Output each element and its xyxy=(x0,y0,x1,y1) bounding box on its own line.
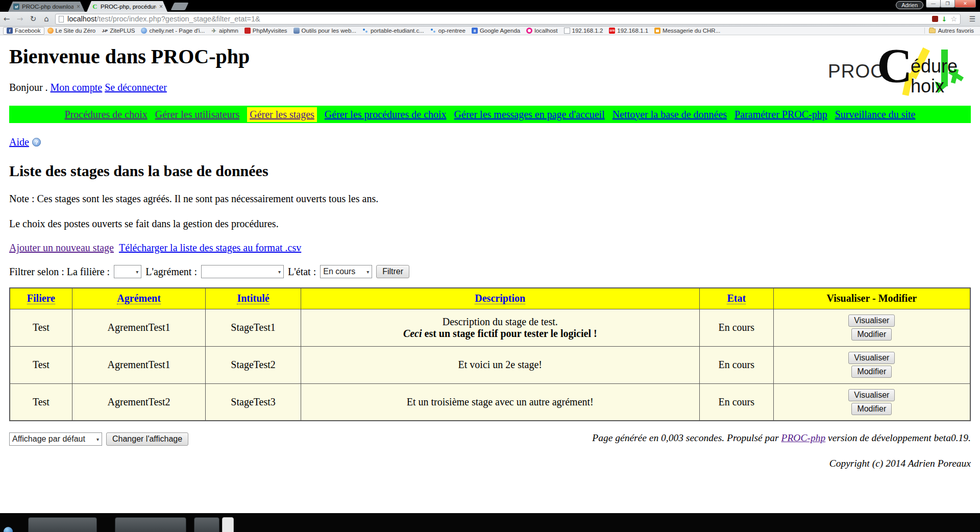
bookmark-192-168-1-2[interactable]: 192.168.1.2 xyxy=(561,28,606,34)
bookmark-site-du-zero[interactable]: Le Site du Zéro xyxy=(44,28,99,34)
page-icon xyxy=(59,16,64,22)
taskbar-item[interactable] xyxy=(222,517,234,532)
display-mode-select[interactable]: Affichage par défaut ▾ xyxy=(9,432,102,446)
sort-etat-link[interactable]: Etat xyxy=(727,293,746,304)
bookmark-op-rentree[interactable]: op-rentree xyxy=(427,28,469,34)
home-icon[interactable]: ⌂ xyxy=(40,14,53,23)
etat-select[interactable]: En cours ▾ xyxy=(320,265,372,278)
description-emphasis: Ceci xyxy=(403,328,422,339)
cell-etat: En cours xyxy=(699,346,773,383)
bookmark-label: chelly.net - Page d'i... xyxy=(149,28,205,34)
description-line1: Description du stage de test. xyxy=(301,316,699,328)
close-tab-icon[interactable]: × xyxy=(159,3,163,10)
generation-info: Page générée en 0,003 secondes. Propulsé… xyxy=(592,432,971,444)
download-arrow-icon[interactable]: ↓ xyxy=(942,15,947,23)
help-icon[interactable]: ? xyxy=(32,138,41,147)
display-controls: Affichage par défaut ▾ Changer l'afficha… xyxy=(9,432,188,446)
bookmark-ziteplus[interactable]: J-P ZitePLUS xyxy=(99,28,138,34)
cell-description: Et un troisième stage avec un autre agré… xyxy=(301,383,699,421)
nav-gerer-procedures[interactable]: Gérer les procédures de choix xyxy=(325,109,447,120)
bookmark-google-agenda[interactable]: 8 Google Agenda xyxy=(469,28,523,34)
change-display-button[interactable]: Changer l'affichage xyxy=(106,432,188,446)
filter-button[interactable]: Filtrer xyxy=(376,265,409,278)
sort-intitule-link[interactable]: Intitulé xyxy=(237,293,269,304)
cell-intitule: StageTest2 xyxy=(206,346,301,383)
minimize-button[interactable]: — xyxy=(926,0,941,8)
visualiser-button[interactable]: Visualiser xyxy=(848,352,895,364)
add-stage-link[interactable]: Ajouter un nouveau stage xyxy=(9,242,114,254)
modifier-button[interactable]: Modifier xyxy=(851,366,892,378)
chevron-down-icon: ▾ xyxy=(96,437,99,442)
header-description: Description xyxy=(301,288,699,309)
chevron-down-icon: ▾ xyxy=(136,269,138,275)
dots-icon xyxy=(430,28,436,34)
nav-surveillance[interactable]: Surveillance du site xyxy=(835,109,916,120)
back-icon[interactable]: ← xyxy=(0,14,13,23)
filiere-select[interactable]: ▾ xyxy=(114,265,141,278)
bookmark-star-icon[interactable]: ☆ xyxy=(950,15,957,23)
nav-gerer-stages[interactable]: Gérer les stages xyxy=(247,107,317,122)
logout-link[interactable]: Se déconnecter xyxy=(105,82,167,93)
nav-nettoyer-base[interactable]: Nettoyer la base de données xyxy=(612,109,727,120)
messagerie-icon xyxy=(654,28,660,34)
visualiser-button[interactable]: Visualiser xyxy=(848,315,895,327)
sort-description-link[interactable]: Description xyxy=(475,293,525,304)
agrement-select[interactable]: ▾ xyxy=(201,265,284,278)
nav-parametrer[interactable]: Paramétrer PROC-php xyxy=(734,109,827,120)
bookmark-facebook[interactable]: f Facebook xyxy=(3,27,44,35)
start-button-icon[interactable] xyxy=(4,527,13,532)
download-csv-link[interactable]: Télécharger la liste des stages au forma… xyxy=(119,242,301,254)
my-account-link[interactable]: Mon compte xyxy=(51,82,103,93)
bookmark-label: Facebook xyxy=(15,28,41,34)
bookmark-phpmyvisites[interactable]: PhpMyvisites xyxy=(241,28,290,34)
site-du-zero-icon xyxy=(47,28,54,34)
bookmark-outils-web[interactable]: Outils pour les web... xyxy=(290,28,359,34)
tab-proc-download[interactable]: sf PROC-php download | So × xyxy=(8,2,85,12)
sort-filiere-link[interactable]: Filiere xyxy=(27,293,55,304)
restore-button[interactable]: ❐ xyxy=(940,0,955,8)
reload-icon[interactable]: ↻ xyxy=(27,14,40,23)
logo-text-c: C xyxy=(877,37,912,94)
visualiser-button[interactable]: Visualiser xyxy=(848,389,895,401)
address-bar[interactable]: localhost /test/proc/index.php?gestion_s… xyxy=(55,14,961,25)
description-bold: est un stage fictif pour tester le logic… xyxy=(422,328,597,339)
tab-proc-procedure[interactable]: C PROC-php, procédure de × xyxy=(87,1,167,12)
bookmark-192-168-1-1[interactable]: SFR 192.168.1.1 xyxy=(606,28,651,34)
bookmark-chelly[interactable]: chelly.net - Page d'i... xyxy=(138,28,208,34)
close-tab-icon[interactable]: × xyxy=(76,3,81,10)
bottom-bar: Affichage par défaut ▾ Changer l'afficha… xyxy=(9,432,971,446)
modifier-button[interactable]: Modifier xyxy=(851,403,892,415)
generation-suffix: version de développement beta0.19. xyxy=(825,432,971,443)
new-tab-button[interactable] xyxy=(171,3,189,10)
chelly-icon xyxy=(141,28,147,34)
sort-agrement-link[interactable]: Agrément xyxy=(117,293,161,304)
google-agenda-icon: 8 xyxy=(472,28,478,34)
taskbar-item[interactable] xyxy=(28,517,97,532)
bookmark-messagerie[interactable]: Messagerie du CHR... xyxy=(651,28,723,34)
nav-gerer-utilisateurs[interactable]: Gérer les utilisateurs xyxy=(155,109,240,120)
help-link[interactable]: Aide xyxy=(9,136,29,148)
bookmark-portable-etudiant[interactable]: portable-etudiant.c... xyxy=(359,28,427,34)
bookmark-localhost[interactable]: localhost xyxy=(523,28,560,34)
bookmark-aiphmn[interactable]: ✈ aiphmn xyxy=(208,28,241,34)
action-links: Ajouter un nouveau stage Télécharger la … xyxy=(9,242,971,254)
other-bookmarks-button[interactable]: Autres favoris xyxy=(924,28,977,34)
filter-bar: Filtrer selon : La filière : ▾ L'agrémen… xyxy=(9,265,971,278)
header-agrement: Agrément xyxy=(72,288,206,309)
close-window-button[interactable]: ✕ xyxy=(954,0,976,8)
windows-taskbar xyxy=(0,513,980,532)
extension-icon[interactable] xyxy=(932,16,938,22)
chrome-menu-icon[interactable]: ☰ xyxy=(965,15,980,23)
forward-icon[interactable]: → xyxy=(13,14,27,23)
taskbar-item[interactable] xyxy=(115,517,186,532)
modifier-button[interactable]: Modifier xyxy=(851,328,892,341)
nav-gerer-messages[interactable]: Gérer les messages en page d'accueil xyxy=(454,109,605,120)
cell-actions: Visualiser Modifier xyxy=(773,309,970,346)
profile-button[interactable]: Adrien xyxy=(896,1,923,9)
nav-procedures-de-choix[interactable]: Procédures de choix xyxy=(65,109,148,120)
proc-php-link[interactable]: PROC-php xyxy=(781,432,826,443)
tab-strip: sf PROC-php download | So × C PROC-php, … xyxy=(0,0,980,12)
page-icon xyxy=(564,28,570,34)
taskbar-item[interactable] xyxy=(194,517,219,532)
page-title: Bienvenue dans PROC-php xyxy=(9,44,971,68)
